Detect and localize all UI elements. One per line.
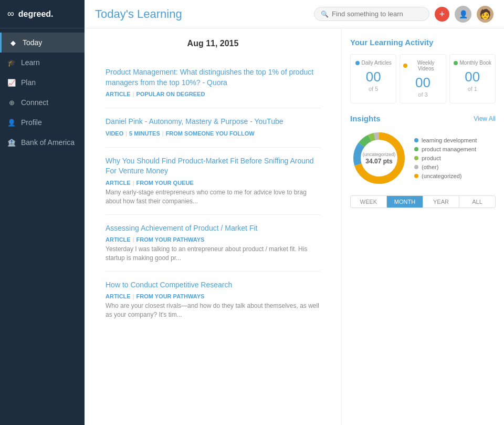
connect-icon: ⊕ <box>7 99 16 107</box>
feed-item: Assessing Achievement of Product / Marke… <box>106 215 320 272</box>
activity-card-label: Daily Articles <box>354 60 393 66</box>
feed-type: VIDEO <box>106 130 123 137</box>
time-filter-all[interactable]: ALL <box>459 196 495 208</box>
logo-text: degreed. <box>18 9 54 19</box>
feed-item-meta: ARTICLE|POPULAR ON DEGREED <box>106 91 320 97</box>
learn-icon: 🎓 <box>7 59 16 67</box>
add-button[interactable]: + <box>435 7 449 22</box>
activity-title: Your Learning Activity <box>350 38 496 47</box>
feed-item-meta: ARTICLE|FROM YOUR PATHWAYS <box>106 236 320 243</box>
legend-label: product <box>422 155 441 161</box>
notification-avatar[interactable]: 👤 <box>455 6 471 23</box>
bank-icon: 🏦 <box>7 139 16 147</box>
main-area: Today's Learning 🔍 + 👤 🧑 Aug 11, 2015 Pr… <box>85 0 504 425</box>
feed-item: Why You Should Find Product-Market Fit B… <box>106 148 320 215</box>
activity-dot <box>403 64 407 68</box>
time-filter-month[interactable]: MONTH <box>387 196 423 208</box>
sidebar-item-plan[interactable]: 📈 Plan <box>0 72 85 92</box>
feed-item-title[interactable]: Why You Should Find Product-Market Fit B… <box>106 156 320 177</box>
feed-item-desc: Yesterday I was talking to an entreprene… <box>106 245 320 263</box>
activity-cards: Daily Articles 00 of 5 Weekly Videos 00 … <box>350 54 496 103</box>
search-box[interactable]: 🔍 <box>314 7 429 21</box>
legend-dot <box>414 165 418 169</box>
feed-list: Product Management: What distinguishes t… <box>106 59 320 328</box>
feed-item-meta: ARTICLE|FROM YOUR PATHWAYS <box>106 293 320 299</box>
legend-label: product management <box>422 146 476 152</box>
feed-type: ARTICLE <box>106 91 131 97</box>
feed-item-title[interactable]: Daniel Pink - Autonomy, Mastery & Purpos… <box>106 117 320 127</box>
feed-item-title[interactable]: How to Conduct Competitive Research <box>106 280 320 291</box>
topbar: Today's Learning 🔍 + 👤 🧑 <box>85 0 504 28</box>
feed-item-desc: Many early-stage entrepreneurs who come … <box>106 188 320 206</box>
legend: learning development product management … <box>414 137 477 179</box>
activity-dot <box>454 61 458 65</box>
feed-item-title[interactable]: Product Management: What distinguishes t… <box>106 67 320 88</box>
feed-item-meta: ARTICLE|FROM YOUR QUEUE <box>106 180 320 186</box>
insights-title: Insights <box>350 114 381 123</box>
feed-type: ARTICLE <box>106 293 131 299</box>
sidebar-item-today[interactable]: ◆ Today <box>0 33 85 53</box>
search-icon: 🔍 <box>321 11 329 18</box>
sidebar-item-label-profile: Profile <box>21 118 42 127</box>
legend-label: (uncategorized) <box>422 173 461 179</box>
feed-item-meta: VIDEO|5 MINUTES|FROM SOMEONE YOU FOLLOW <box>106 130 320 137</box>
logo-icon: ∞ <box>7 8 14 19</box>
today-icon: ◆ <box>9 39 17 47</box>
activity-card: Weekly Videos 00 of 3 <box>400 54 446 103</box>
sidebar-item-label-learn: Learn <box>21 58 40 67</box>
logo[interactable]: ∞ degreed. <box>0 0 85 28</box>
plan-icon: 📈 <box>7 79 16 87</box>
sidebar-item-label-connect: Connect <box>21 98 48 107</box>
feed-source: FROM SOMEONE YOU FOLLOW <box>166 130 255 137</box>
sidebar-item-label-bank: Bank of America <box>21 138 75 147</box>
sidebar-item-bank[interactable]: 🏦 Bank of America <box>0 132 85 152</box>
activity-card-label: Monthly Book <box>453 60 492 66</box>
page-title: Today's Learning <box>95 7 182 21</box>
activity-card-label: Weekly Videos <box>403 60 442 71</box>
topbar-right: 🔍 + 👤 🧑 <box>314 6 494 23</box>
content-area: Aug 11, 2015 Product Management: What di… <box>85 28 504 425</box>
legend-dot <box>414 156 418 160</box>
search-input[interactable] <box>332 10 423 18</box>
legend-dot <box>414 147 418 151</box>
right-panel: Your Learning Activity Daily Articles 00… <box>341 28 504 425</box>
insights-section: Insights View All <box>350 114 496 208</box>
activity-dot <box>355 61 360 65</box>
feed-meta2: 5 MINUTES <box>129 130 160 137</box>
donut-pts: 34.07 pts <box>363 157 396 164</box>
view-all-link[interactable]: View All <box>474 115 496 122</box>
time-filter-year[interactable]: YEAR <box>423 196 459 208</box>
feed-item: Daniel Pink - Autonomy, Mastery & Purpos… <box>106 108 320 148</box>
feed-type: ARTICLE <box>106 236 131 243</box>
donut-center: (uncategorized) 34.07 pts <box>363 152 396 165</box>
insights-body: (uncategorized) 34.07 pts learning devel… <box>350 129 496 187</box>
time-filter-week[interactable]: WEEK <box>351 196 387 208</box>
activity-total: of 5 <box>354 86 393 92</box>
sidebar-item-learn[interactable]: 🎓 Learn <box>0 53 85 72</box>
feed-source: FROM YOUR PATHWAYS <box>136 236 205 243</box>
feed-source: POPULAR ON DEGREED <box>136 91 205 97</box>
legend-item: (uncategorized) <box>414 173 477 179</box>
activity-number: 00 <box>354 70 393 84</box>
feed-item-title[interactable]: Assessing Achievement of Product / Marke… <box>106 223 320 234</box>
user-avatar[interactable]: 🧑 <box>477 6 494 23</box>
donut-label: (uncategorized) <box>363 152 396 158</box>
sidebar-item-profile[interactable]: 👤 Profile <box>0 112 85 132</box>
feed-source: FROM YOUR QUEUE <box>136 180 194 186</box>
profile-icon: 👤 <box>7 119 16 127</box>
feed-date: Aug 11, 2015 <box>106 39 320 48</box>
feed-source: FROM YOUR PATHWAYS <box>136 293 205 299</box>
legend-label: learning development <box>422 137 477 143</box>
donut-chart: (uncategorized) 34.07 pts <box>350 129 408 187</box>
time-filter: WEEKMONTHYEARALL <box>350 195 496 208</box>
legend-label: (other) <box>422 164 438 170</box>
legend-item: product <box>414 155 477 161</box>
legend-item: learning development <box>414 137 477 143</box>
activity-number: 00 <box>453 70 492 84</box>
sidebar-item-connect[interactable]: ⊕ Connect <box>0 92 85 112</box>
feed-item-desc: Who are your closest rivals—and how do t… <box>106 302 320 319</box>
feed-type: ARTICLE <box>106 180 131 186</box>
sidebar-item-label-plan: Plan <box>21 78 36 87</box>
activity-card: Monthly Book 00 of 1 <box>449 54 496 103</box>
sidebar-item-label-today: Today <box>23 38 42 47</box>
